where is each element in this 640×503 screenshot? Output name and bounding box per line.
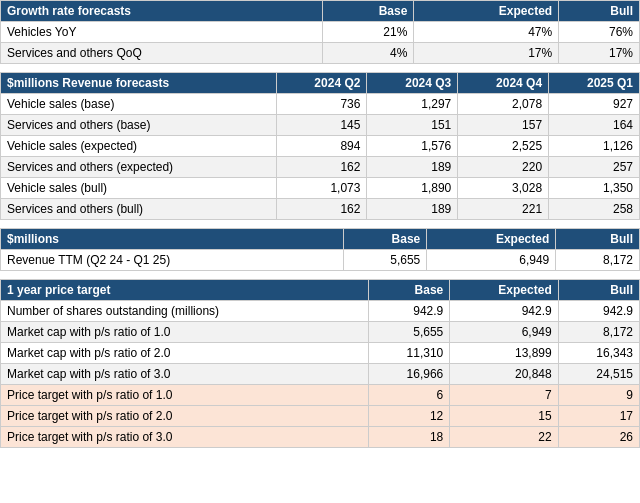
- cell-base: 4%: [323, 43, 414, 64]
- table-row: Services and others QoQ 4% 17% 17%: [1, 43, 640, 64]
- cell-label: Price target with p/s ratio of 2.0: [1, 406, 369, 427]
- table-row: Services and others (base) 145 151 157 1…: [1, 115, 640, 136]
- cell-base: 16,966: [368, 364, 449, 385]
- cell-q3: 1,576: [367, 136, 458, 157]
- ttm-table: $millions Base Expected Bull Revenue TTM…: [0, 228, 640, 271]
- cell-label: Services and others QoQ: [1, 43, 323, 64]
- cell-label: Vehicle sales (bull): [1, 178, 277, 199]
- cell-bull: 17: [558, 406, 639, 427]
- revenue-col-q1: 2025 Q1: [549, 73, 640, 94]
- table-row: Revenue TTM (Q2 24 - Q1 25) 5,655 6,949 …: [1, 250, 640, 271]
- cell-q4: 2,078: [458, 94, 549, 115]
- cell-label: Vehicles YoY: [1, 22, 323, 43]
- revenue-col-label: $millions Revenue forecasts: [1, 73, 277, 94]
- growth-rate-section: Growth rate forecasts Base Expected Bull…: [0, 0, 640, 64]
- cell-q2: 894: [276, 136, 367, 157]
- cell-expected: 17%: [414, 43, 559, 64]
- growth-col-bull: Bull: [559, 1, 640, 22]
- cell-q1: 164: [549, 115, 640, 136]
- pt-col-label: 1 year price target: [1, 280, 369, 301]
- cell-expected: 20,848: [450, 364, 558, 385]
- cell-q2: 162: [276, 157, 367, 178]
- table-row: Market cap with p/s ratio of 2.011,31013…: [1, 343, 640, 364]
- table-row: Market cap with p/s ratio of 3.016,96620…: [1, 364, 640, 385]
- cell-q3: 1,297: [367, 94, 458, 115]
- table-row: Vehicle sales (expected) 894 1,576 2,525…: [1, 136, 640, 157]
- cell-label: Price target with p/s ratio of 3.0: [1, 427, 369, 448]
- cell-q1: 1,126: [549, 136, 640, 157]
- cell-label: Services and others (bull): [1, 199, 277, 220]
- table-row: Vehicles YoY 21% 47% 76%: [1, 22, 640, 43]
- growth-col-base: Base: [323, 1, 414, 22]
- cell-base: 942.9: [368, 301, 449, 322]
- cell-q1: 1,350: [549, 178, 640, 199]
- cell-label: Price target with p/s ratio of 1.0: [1, 385, 369, 406]
- growth-rate-table: Growth rate forecasts Base Expected Bull…: [0, 0, 640, 64]
- cell-label: Market cap with p/s ratio of 3.0: [1, 364, 369, 385]
- cell-label: Vehicle sales (expected): [1, 136, 277, 157]
- revenue-section: $millions Revenue forecasts 2024 Q2 2024…: [0, 72, 640, 220]
- cell-label: Services and others (base): [1, 115, 277, 136]
- cell-expected: 6,949: [450, 322, 558, 343]
- cell-label: Revenue TTM (Q2 24 - Q1 25): [1, 250, 344, 271]
- cell-base: 12: [368, 406, 449, 427]
- ttm-col-base: Base: [343, 229, 427, 250]
- cell-label: Services and others (expected): [1, 157, 277, 178]
- revenue-table: $millions Revenue forecasts 2024 Q2 2024…: [0, 72, 640, 220]
- cell-expected: 15: [450, 406, 558, 427]
- cell-expected: 6,949: [427, 250, 556, 271]
- cell-expected: 942.9: [450, 301, 558, 322]
- cell-expected: 22: [450, 427, 558, 448]
- cell-bull: 26: [558, 427, 639, 448]
- cell-q2: 162: [276, 199, 367, 220]
- cell-q3: 189: [367, 199, 458, 220]
- cell-base: 6: [368, 385, 449, 406]
- pt-col-expected: Expected: [450, 280, 558, 301]
- cell-base: 18: [368, 427, 449, 448]
- pt-col-bull: Bull: [558, 280, 639, 301]
- cell-q3: 1,890: [367, 178, 458, 199]
- table-row: Price target with p/s ratio of 3.0182226: [1, 427, 640, 448]
- table-row: Vehicle sales (bull) 1,073 1,890 3,028 1…: [1, 178, 640, 199]
- price-target-section: 1 year price target Base Expected Bull N…: [0, 279, 640, 448]
- growth-col-expected: Expected: [414, 1, 559, 22]
- cell-q2: 145: [276, 115, 367, 136]
- cell-label: Vehicle sales (base): [1, 94, 277, 115]
- cell-q4: 157: [458, 115, 549, 136]
- table-row: Market cap with p/s ratio of 1.05,6556,9…: [1, 322, 640, 343]
- cell-q3: 189: [367, 157, 458, 178]
- cell-base: 11,310: [368, 343, 449, 364]
- cell-bull: 8,172: [556, 250, 640, 271]
- ttm-col-label: $millions: [1, 229, 344, 250]
- cell-q4: 3,028: [458, 178, 549, 199]
- cell-q4: 220: [458, 157, 549, 178]
- cell-label: Number of shares outstanding (millions): [1, 301, 369, 322]
- ttm-col-expected: Expected: [427, 229, 556, 250]
- cell-label: Market cap with p/s ratio of 2.0: [1, 343, 369, 364]
- ttm-section: $millions Base Expected Bull Revenue TTM…: [0, 228, 640, 271]
- table-row: Price target with p/s ratio of 1.0679: [1, 385, 640, 406]
- revenue-col-q3: 2024 Q3: [367, 73, 458, 94]
- cell-expected: 47%: [414, 22, 559, 43]
- table-row: Services and others (expected) 162 189 2…: [1, 157, 640, 178]
- table-row: Vehicle sales (base) 736 1,297 2,078 927: [1, 94, 640, 115]
- cell-label: Market cap with p/s ratio of 1.0: [1, 322, 369, 343]
- cell-expected: 13,899: [450, 343, 558, 364]
- revenue-col-q2: 2024 Q2: [276, 73, 367, 94]
- cell-q2: 736: [276, 94, 367, 115]
- table-row: Price target with p/s ratio of 2.0121517: [1, 406, 640, 427]
- cell-bull: 8,172: [558, 322, 639, 343]
- cell-base: 5,655: [368, 322, 449, 343]
- revenue-col-q4: 2024 Q4: [458, 73, 549, 94]
- cell-bull: 9: [558, 385, 639, 406]
- cell-bull: 24,515: [558, 364, 639, 385]
- cell-bull: 16,343: [558, 343, 639, 364]
- cell-q1: 927: [549, 94, 640, 115]
- cell-bull: 76%: [559, 22, 640, 43]
- pt-col-base: Base: [368, 280, 449, 301]
- cell-bull: 17%: [559, 43, 640, 64]
- cell-base: 5,655: [343, 250, 427, 271]
- ttm-col-bull: Bull: [556, 229, 640, 250]
- price-target-table: 1 year price target Base Expected Bull N…: [0, 279, 640, 448]
- cell-bull: 942.9: [558, 301, 639, 322]
